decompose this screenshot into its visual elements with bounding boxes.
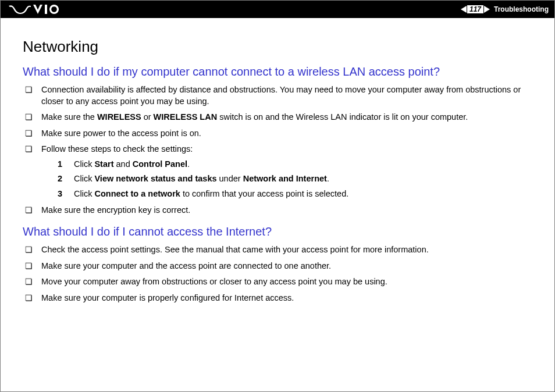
bold-text: Connect to a network: [94, 189, 180, 198]
text: Click: [74, 189, 94, 198]
steps-list: 1Click Start and Control Panel. 2Click V…: [41, 159, 532, 200]
text: under: [217, 174, 243, 183]
step-number: 1: [58, 159, 62, 170]
text: switch is on and the Wireless LAN indica…: [217, 112, 468, 122]
vaio-logo: [9, 5, 60, 14]
list-item: Make sure your computer is properly conf…: [25, 293, 532, 304]
text: to confirm that your access point is sel…: [180, 189, 348, 198]
question-1-heading: What should I do if my computer cannot c…: [23, 65, 532, 79]
question-1-list: Connection availability is affected by d…: [23, 84, 532, 216]
text: Click: [74, 174, 94, 183]
list-item: Move your computer away from obstruction…: [25, 276, 532, 288]
bold-text: View network status and tasks: [94, 174, 216, 183]
text: Follow these steps to check the settings…: [41, 144, 193, 154]
prev-page-icon[interactable]: [461, 6, 467, 13]
bold-text: Start: [94, 159, 113, 169]
list-item: Connection availability is affected by d…: [25, 84, 532, 107]
section-name: Troubleshooting: [494, 5, 549, 13]
text: .: [187, 159, 190, 169]
page-nav: 117: [461, 5, 490, 13]
list-item: Make sure your computer and the access p…: [25, 261, 532, 272]
step-number: 2: [58, 173, 62, 185]
text: Make sure the: [41, 112, 97, 122]
bold-text: WIRELESS: [97, 112, 141, 122]
list-item: Check the access point settings. See the…: [25, 244, 532, 256]
svg-marker-0: [33, 5, 42, 14]
question-2-heading: What should I do if I cannot access the …: [23, 225, 532, 238]
list-item: Make sure the WIRELESS or WIRELESS LAN s…: [25, 112, 532, 123]
bold-text: Network and Internet: [243, 174, 327, 183]
page-number: 117: [467, 5, 483, 13]
page-container: 117 Troubleshooting Networking What shou…: [0, 0, 555, 392]
list-item: Make sure the encryption key is correct.: [25, 205, 532, 216]
step-item: 3Click Connect to a network to confirm t…: [58, 188, 532, 200]
bold-text: Control Panel: [133, 159, 187, 169]
text: and: [114, 159, 133, 169]
list-item: Follow these steps to check the settings…: [25, 144, 532, 199]
step-item: 2Click View network status and tasks und…: [58, 173, 532, 185]
vaio-logo-icon: [9, 5, 60, 14]
content-area: Networking What should I do if my comput…: [1, 18, 554, 391]
step-item: 1Click Start and Control Panel.: [58, 159, 532, 170]
list-item: Make sure power to the access point is o…: [25, 128, 532, 140]
bold-text: WIRELESS LAN: [154, 112, 218, 122]
step-number: 3: [58, 188, 62, 200]
page-title: Networking: [23, 38, 532, 56]
text: Click: [74, 159, 94, 169]
header-bar: 117 Troubleshooting: [1, 1, 554, 18]
next-page-icon[interactable]: [484, 6, 490, 13]
svg-rect-1: [45, 5, 47, 14]
text: .: [327, 174, 329, 183]
header-right: 117 Troubleshooting: [461, 5, 549, 13]
question-2-list: Check the access point settings. See the…: [23, 244, 532, 304]
text: or: [141, 112, 154, 122]
